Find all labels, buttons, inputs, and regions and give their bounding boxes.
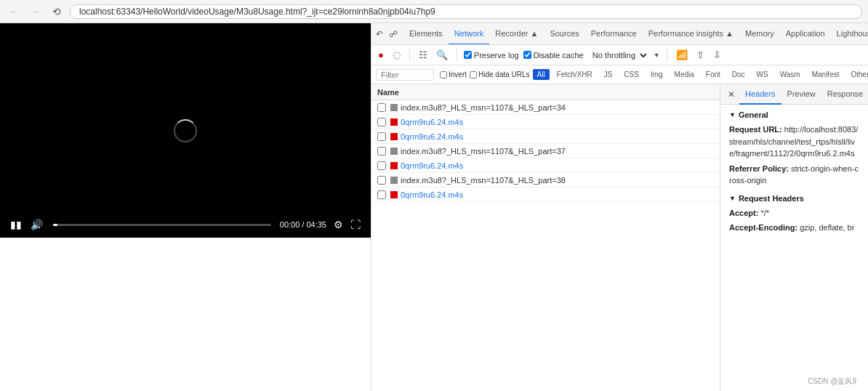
row-checkbox-5[interactable] [377,161,386,170]
network-row[interactable]: 0qrm9ru6.24.m4s [371,115,720,129]
accept-encoding-row: Accept-Encoding: gzip, deflate, br [729,222,859,234]
wifi-icon-button[interactable]: 📶 [674,49,690,61]
detail-close-button[interactable]: ✕ [723,88,739,101]
request-headers-section: ▼ Request Headers Accept: */* Accept-Enc… [729,194,859,234]
detail-tab-preview[interactable]: Preview [781,84,821,105]
tab-performance-insights[interactable]: Performance insights ▲ [643,23,739,45]
filter-icon-button[interactable]: ☷ [417,49,430,61]
main-content: ▮▮ 🔊 00:00 / 04:35 ⚙ ⛶ ↶ ☍ Elements Netw… [0,23,868,391]
accept-val: */* [760,209,769,217]
record-button[interactable]: ● [376,49,386,61]
play-pause-button[interactable]: ▮▮ [9,217,23,232]
tab-memory[interactable]: Memory [739,23,780,45]
filter-tag-img[interactable]: Img [646,69,667,80]
mute-button[interactable]: 🔊 [29,217,44,232]
network-row[interactable]: 0qrm9ru6.24.m4s [371,129,720,144]
request-url-row: Request URL: http://localhost:8083/strea… [729,124,859,160]
address-bar[interactable] [70,4,862,19]
tab-network[interactable]: Network [449,23,489,45]
req-headers-label: Request Headers [739,194,804,203]
detail-tab-headers[interactable]: Headers [739,84,781,105]
time-display: 00:00 / 04:35 [280,220,326,229]
back-button[interactable]: ← [6,4,22,19]
throttle-select[interactable]: No throttling Fast 3G Slow 3G Offline [588,49,649,61]
row-icon-5 [390,162,398,169]
filter-tag-doc[interactable]: Doc [728,69,750,80]
row-icon-2 [390,118,398,126]
tab-sources[interactable]: Sources [544,23,584,45]
device-icon[interactable]: ☍ [387,28,399,41]
request-url-key: Request URL: [729,125,782,134]
hide-data-urls-checkbox[interactable] [470,71,477,78]
video-spinner [174,119,197,142]
devtools-icons: ↶ ☍ [374,28,399,41]
toolbar-separator-3 [667,49,667,61]
search-button[interactable]: 🔍 [434,49,450,61]
cursor-icon[interactable]: ↶ [374,28,385,41]
upload-icon-button[interactable]: ⇧ [694,49,707,61]
filter-tag-manifest[interactable]: Manifest [808,69,844,80]
row-icon-3 [390,133,398,140]
fullscreen-button[interactable]: ⛶ [349,217,362,232]
forward-button[interactable]: → [28,4,44,19]
throttle-arrow: ▼ [654,52,660,59]
reload-button[interactable]: ⟲ [49,4,64,19]
network-row[interactable]: index.m3u8?_HLS_msn=1107&_HLS_part=34 [371,100,720,115]
row-checkbox-3[interactable] [377,132,386,141]
progress-fill [53,224,57,226]
network-row[interactable]: index.m3u8?_HLS_msn=1107&_HLS_part=37 [371,144,720,158]
row-checkbox-6[interactable] [377,176,386,185]
hide-data-urls-label[interactable]: Hide data URLs [470,70,530,78]
accept-row: Accept: */* [729,207,859,219]
filter-tag-font[interactable]: Font [702,69,725,80]
filter-tag-wasm[interactable]: Wasm [776,69,805,80]
disable-cache-text: Disable cache [534,51,584,60]
row-checkbox-7[interactable] [377,190,386,199]
filter-bar: Invert Hide data URLs All Fetch/XHR JS C… [371,65,868,84]
download-icon-button[interactable]: ⇩ [711,49,723,61]
row-checkbox-4[interactable] [377,147,386,156]
row-icon-1 [390,104,398,111]
network-row[interactable]: index.m3u8?_HLS_msn=1107&_HLS_part=38 [371,173,720,188]
detail-tab-response[interactable]: Response [821,84,868,105]
filter-tag-other[interactable]: Other [846,69,868,80]
invert-checkbox[interactable] [440,71,447,78]
request-headers-header[interactable]: ▼ Request Headers [729,194,859,203]
general-section-header[interactable]: ▼ General [729,110,859,119]
tab-application[interactable]: Application [780,23,831,45]
invert-checkbox-label[interactable]: Invert [440,70,467,78]
referrer-policy-row: Referrer Policy: strict-origin-when-cros… [729,163,859,187]
row-checkbox-2[interactable] [377,118,386,126]
row-name-2: 0qrm9ru6.24.m4s [401,118,463,126]
accept-key: Accept: [729,209,758,217]
tab-lighthouse[interactable]: Lighthouse [831,23,868,45]
network-toolbar: ● ◌ ☷ 🔍 Preserve log Disable cache No th… [371,45,868,65]
devtools-content: Name index.m3u8?_HLS_msn=1107&_HLS_part=… [371,84,868,391]
video-controls: ▮▮ 🔊 00:00 / 04:35 ⚙ ⛶ [0,211,371,238]
preserve-log-checkbox[interactable] [464,51,472,59]
filter-tag-css[interactable]: CSS [619,69,643,80]
network-row[interactable]: 0qrm9ru6.24.m4s [371,188,720,202]
tab-elements[interactable]: Elements [403,23,449,45]
progress-bar[interactable] [53,224,271,226]
video-controls-right: ⚙ ⛶ [332,217,362,232]
settings-button[interactable]: ⚙ [332,217,345,232]
filter-tag-media[interactable]: Media [670,69,699,80]
filter-tag-js[interactable]: JS [600,69,617,80]
network-list-body: index.m3u8?_HLS_msn=1107&_HLS_part=34 0q… [371,100,720,391]
devtools-tabs: ↶ ☍ Elements Network Recorder ▲ Sources … [371,23,868,45]
disable-cache-checkbox[interactable] [523,51,531,59]
row-name-4: index.m3u8?_HLS_msn=1107&_HLS_part=37 [401,147,566,156]
row-name-6: index.m3u8?_HLS_msn=1107&_HLS_part=38 [401,176,566,185]
preserve-log-label[interactable]: Preserve log [464,51,519,60]
tab-recorder[interactable]: Recorder ▲ [489,23,544,45]
network-row[interactable]: 0qrm9ru6.24.m4s [371,158,720,173]
tab-performance[interactable]: Performance [585,23,643,45]
disable-cache-label[interactable]: Disable cache [523,51,584,60]
filter-input[interactable] [376,69,434,81]
filter-tag-fetch-xhr[interactable]: Fetch/XHR [552,69,597,80]
filter-tag-all[interactable]: All [533,69,550,80]
row-checkbox-1[interactable] [377,103,386,112]
filter-tag-ws[interactable]: WS [752,69,773,80]
clear-button[interactable]: ◌ [390,49,403,61]
